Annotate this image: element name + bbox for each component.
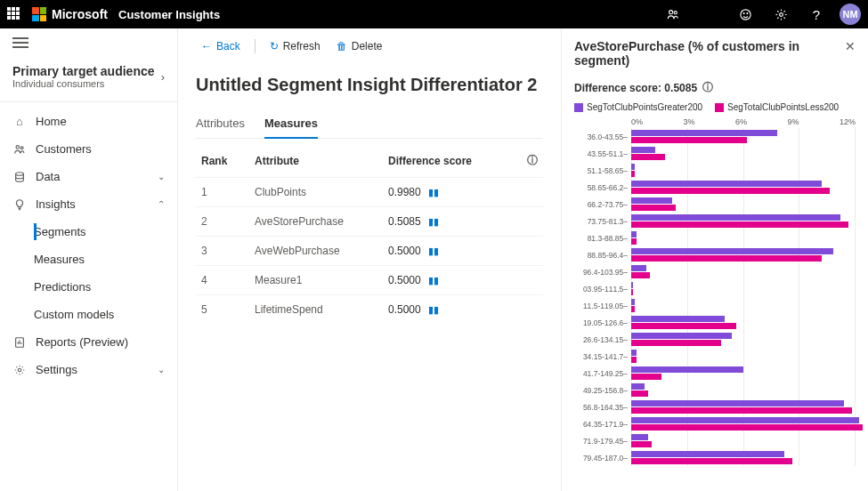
teams-icon[interactable] (660, 2, 685, 27)
chart-row: 11.5-119.05– (574, 297, 856, 314)
svg-point-5 (779, 12, 783, 16)
table-row[interactable]: 3AveWebPurchase0.5000▮▮ (196, 237, 543, 266)
settings-icon[interactable] (768, 2, 793, 27)
chevron-up-icon: ⌃ (158, 199, 165, 209)
svg-point-1 (674, 11, 677, 13)
bar-series-a (631, 282, 633, 288)
chart-row: 88.85-96.4– (574, 246, 856, 263)
bar-series-b (631, 188, 830, 194)
bar-series-b (631, 289, 633, 295)
nav-data[interactable]: Data⌄ (0, 163, 177, 190)
chart-row: 66.2-73.75– (574, 196, 856, 213)
avatar[interactable]: NM (840, 4, 861, 25)
chart-icon[interactable]: ▮▮ (428, 216, 439, 228)
bar-series-a (631, 316, 725, 322)
help-icon[interactable]: ? (804, 2, 829, 27)
bar-series-b (631, 441, 652, 447)
table-row[interactable]: 2AveStorePurchase0.5085▮▮ (196, 207, 543, 237)
chart-row: 71.9-179.45– (574, 432, 856, 449)
col-attribute: Attribute (249, 144, 383, 178)
bar-series-b (631, 306, 635, 312)
svg-point-2 (740, 9, 750, 19)
bar-series-a (631, 434, 648, 440)
chevron-down-icon: ⌄ (158, 172, 165, 181)
chart-row: 73.75-81.3– (574, 213, 856, 229)
chart-row: 64.35-171.9– (574, 415, 856, 432)
tab-measures[interactable]: Measures (264, 111, 318, 139)
chevron-down-icon: ⌄ (158, 365, 165, 374)
chart-row: 26.6-134.15– (574, 331, 856, 348)
chart-icon[interactable]: ▮▮ (428, 275, 439, 286)
page-title: Untitled Segment Insight Differentiator … (196, 75, 543, 95)
chart-row: 41.7-149.25– (574, 365, 856, 382)
svg-point-7 (20, 146, 23, 149)
nav-customers[interactable]: Customers (0, 135, 177, 163)
bar-series-b (631, 424, 863, 431)
emoji-icon[interactable] (733, 2, 758, 27)
table-row[interactable]: 5LifetimeSpend0.5000▮▮ (196, 295, 543, 325)
bar-series-a (631, 299, 635, 305)
nav-measures[interactable]: Measures (34, 246, 177, 273)
bar-series-b (631, 205, 676, 211)
delete-button[interactable]: 🗑Delete (331, 36, 388, 56)
audience-selector[interactable]: Primary target audience Individual consu… (0, 57, 177, 102)
bar-series-b (631, 255, 822, 262)
bar-series-b (631, 137, 747, 143)
col-score: Difference score (383, 144, 516, 178)
back-button[interactable]: ←Back (196, 36, 246, 56)
info-icon[interactable]: ⓘ (702, 80, 713, 95)
table-row[interactable]: 4Measure10.5000▮▮ (196, 266, 543, 295)
customers-icon (12, 143, 27, 156)
tab-attributes[interactable]: Attributes (196, 111, 245, 138)
nav-segments[interactable]: Segments (34, 218, 177, 246)
chart-legend: SegTotClubPointsGreater200 SegTotalClubP… (574, 102, 856, 112)
bar-series-a (631, 214, 840, 221)
chart: 0%3%6%9%12% 36.0-43.55–43.55-51.1–51.1-5… (574, 117, 856, 466)
bar-series-b (631, 458, 792, 464)
data-icon (12, 171, 27, 183)
bar-series-b (631, 390, 648, 397)
nav-settings[interactable]: Settings⌄ (0, 356, 177, 383)
bar-series-b (631, 154, 665, 160)
bar-series-b (631, 357, 637, 363)
bar-series-a (631, 181, 822, 187)
audience-subtitle: Individual consumers (12, 78, 155, 89)
legend-swatch-b (715, 103, 724, 112)
chart-row: 49.25-156.8– (574, 382, 856, 398)
panel-subtitle: Difference score: 0.5085ⓘ (574, 80, 856, 95)
nav-custom-models[interactable]: Custom models (34, 301, 177, 328)
nav-reports[interactable]: Reports (Preview) (0, 328, 177, 356)
gear-icon (12, 364, 27, 376)
nav-insights[interactable]: Insights⌃ (0, 190, 177, 218)
info-icon[interactable]: ⓘ (527, 154, 538, 166)
chart-icon[interactable]: ▮▮ (428, 304, 439, 316)
bar-series-a (631, 400, 844, 406)
chart-row: 19.05-126.6– (574, 314, 856, 331)
app-launcher-icon[interactable] (7, 7, 21, 21)
bar-series-b (631, 374, 661, 380)
bar-series-b (631, 340, 721, 346)
chart-row: 43.55-51.1– (574, 145, 856, 162)
nav-home[interactable]: ⌂Home (0, 108, 177, 135)
back-arrow-icon: ← (201, 40, 212, 52)
chart-row: 79.45-187.0– (574, 449, 856, 466)
chart-icon[interactable]: ▮▮ (428, 187, 439, 198)
chart-row: 96.4-103.95– (574, 263, 856, 280)
close-button[interactable]: ✕ (845, 39, 856, 53)
chart-row: 03.95-111.5– (574, 280, 856, 297)
col-rank: Rank (196, 144, 249, 178)
nav-predictions[interactable]: Predictions (34, 273, 177, 301)
refresh-button[interactable]: ↻Refresh (264, 36, 326, 56)
chevron-right-icon: › (161, 70, 165, 84)
audience-title: Primary target audience (12, 64, 155, 78)
chart-icon[interactable]: ▮▮ (428, 246, 439, 257)
bar-series-b (631, 323, 736, 329)
app-name: Customer Insights (118, 8, 220, 21)
chart-row: 34.15-141.7– (574, 348, 856, 365)
hamburger-button[interactable] (0, 28, 177, 57)
refresh-icon: ↻ (270, 40, 279, 52)
bar-series-a (631, 265, 646, 271)
table-row[interactable]: 1ClubPoints0.9980▮▮ (196, 178, 543, 207)
home-icon: ⌂ (12, 115, 27, 128)
chart-row: 36.0-43.55– (574, 128, 856, 145)
